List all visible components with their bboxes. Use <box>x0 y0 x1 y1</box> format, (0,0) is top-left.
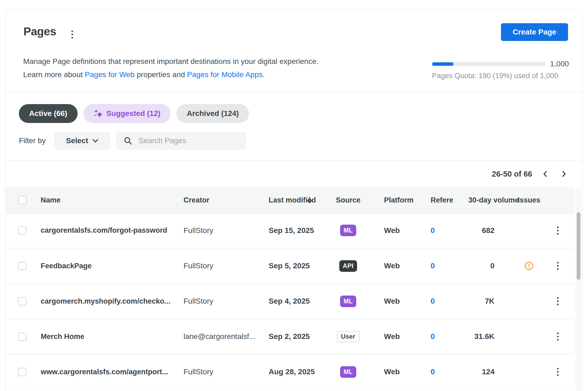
volume: 124 <box>482 368 494 376</box>
next-page-button[interactable] <box>559 169 569 179</box>
filter-select[interactable]: Select <box>54 132 110 150</box>
kebab-icon <box>557 262 559 263</box>
kebab-icon <box>71 30 73 32</box>
row-checkbox[interactable] <box>18 368 26 376</box>
pages-panel: Pages Create Page Manage Page definition… <box>5 9 583 391</box>
select-all-checkbox[interactable] <box>18 196 26 204</box>
row-menu-button[interactable] <box>557 332 559 341</box>
last-modified: Sep 15, 2025 <box>269 226 314 235</box>
scrollbar-thumb[interactable] <box>577 212 580 280</box>
row-checkbox[interactable] <box>18 297 26 306</box>
last-modified: Sep 5, 2025 <box>269 262 310 270</box>
chevron-right-icon <box>560 170 568 178</box>
table-row[interactable]: www.cargorentalsfs.com/agentport... Full… <box>6 355 574 389</box>
quota-caption: Pages Quota: 190 (19%) used of 1,000 <box>432 72 570 80</box>
tab-active[interactable]: Active (66) <box>19 104 78 123</box>
referrals-link[interactable]: 0 <box>431 262 435 270</box>
row-checkbox[interactable] <box>18 226 26 235</box>
column-header-last-modified[interactable]: Last modified <box>269 196 303 205</box>
column-header-volume[interactable]: 30-day volume <box>468 196 498 205</box>
description-line1: Manage Page definitions that represent i… <box>23 57 319 66</box>
pages-for-web-link[interactable]: Pages for Web <box>85 70 135 79</box>
source-badge: API <box>339 260 357 272</box>
platform: Web <box>384 368 400 376</box>
creator: lane@cargorentalsf... <box>184 332 255 341</box>
chevron-down-icon <box>92 139 98 143</box>
platform: Web <box>384 332 400 341</box>
kebab-icon <box>557 227 559 228</box>
pages-for-mobile-apps-link[interactable]: Pages for Mobile Apps <box>187 70 262 79</box>
tab-archived[interactable]: Archived (124) <box>177 104 249 123</box>
page-title: Pages <box>23 25 56 38</box>
page-name: FeedbackPage <box>41 262 92 270</box>
table-row[interactable]: cargorentalsfs.com/forgot-password FullS… <box>6 213 574 248</box>
column-header-referrals[interactable]: Refere <box>431 196 453 204</box>
row-menu-button[interactable] <box>557 368 559 376</box>
chevron-left-icon <box>541 170 549 178</box>
create-page-button[interactable]: Create Page <box>501 23 568 41</box>
prev-page-button[interactable] <box>540 169 551 179</box>
quota-max-label: 1,000 <box>550 60 569 68</box>
filter-row: Filter by Select <box>19 132 246 150</box>
platform: Web <box>384 297 400 306</box>
filter-by-label: Filter by <box>19 136 46 145</box>
row-menu-button[interactable] <box>557 297 559 305</box>
column-header-issues[interactable]: Issues <box>518 196 540 204</box>
referrals-link[interactable]: 0 <box>431 332 435 341</box>
creator: FullStory <box>184 262 213 270</box>
table-row[interactable]: cargomerch.myshopify.com/checko... FullS… <box>6 284 574 318</box>
quota-progressbar <box>432 62 546 66</box>
referrals-link[interactable]: 0 <box>431 297 435 306</box>
table-scrollbar[interactable] <box>575 187 582 391</box>
last-modified: Sep 2, 2025 <box>269 332 310 341</box>
sparkle-icon <box>94 109 103 118</box>
column-header-source[interactable]: Source <box>336 196 361 204</box>
kebab-icon <box>557 297 559 299</box>
column-header-creator[interactable]: Creator <box>184 196 209 204</box>
volume: 682 <box>482 226 494 235</box>
source-badge: ML <box>340 366 356 378</box>
column-header-platform[interactable]: Platform <box>384 196 414 204</box>
kebab-icon <box>557 332 559 334</box>
page-name: cargorentalsfs.com/forgot-password <box>41 226 167 235</box>
table-row[interactable]: FeedbackPage FullStory Sep 5, 2025 API W… <box>6 249 574 283</box>
table-row[interactable]: Merch Home lane@cargorentalsf... Sep 2, … <box>6 319 574 354</box>
platform: Web <box>384 262 400 270</box>
platform: Web <box>384 226 400 235</box>
pagination-range: 26-50 of 66 <box>492 170 532 179</box>
page-description: Manage Page definitions that represent i… <box>23 55 319 81</box>
row-menu-button[interactable] <box>557 227 559 235</box>
page-name: cargomerch.myshopify.com/checko... <box>41 297 170 306</box>
page-name: Merch Home <box>41 332 84 341</box>
source-badge: ML <box>340 225 356 236</box>
header-section: Pages Create Page Manage Page definition… <box>6 9 582 92</box>
source-badge: ML <box>340 296 356 307</box>
kebab-icon <box>557 368 559 369</box>
row-menu-button[interactable] <box>557 262 559 270</box>
quota-progress-fill <box>432 62 454 66</box>
table-body: cargorentalsfs.com/forgot-password FullS… <box>6 213 574 389</box>
column-header-name[interactable]: Name <box>41 196 61 204</box>
referrals-link[interactable]: 0 <box>431 368 435 376</box>
row-checkbox[interactable] <box>18 332 26 341</box>
volume: 0 <box>490 262 494 270</box>
row-checkbox[interactable] <box>18 262 26 270</box>
page-menu-button[interactable] <box>70 29 75 40</box>
status-tabs: Active (66) Suggested (12) Archived (124… <box>19 104 249 123</box>
creator: FullStory <box>184 226 213 235</box>
source-badge: User <box>337 331 359 342</box>
page-name: www.cargorentalsfs.com/agentport... <box>41 368 168 376</box>
tabs-section: Active (66) Suggested (12) Archived (124… <box>6 92 582 161</box>
quota-widget: 1,000 Pages Quota: 190 (19%) used of 1,0… <box>432 60 570 80</box>
tab-suggested[interactable]: Suggested (12) <box>84 104 171 123</box>
volume: 7K <box>485 297 494 306</box>
pages-table: Name Creator Last modified Source Platfo… <box>6 187 582 391</box>
search-pages-box <box>116 132 246 150</box>
learn-more-prefix: Learn more about <box>23 70 85 79</box>
sort-descending-icon[interactable] <box>305 196 314 204</box>
search-pages-input[interactable] <box>139 136 241 145</box>
issue-warning-icon[interactable] <box>524 261 534 271</box>
volume: 31.6K <box>474 332 494 341</box>
referrals-link[interactable]: 0 <box>431 226 435 235</box>
creator: FullStory <box>184 297 213 306</box>
